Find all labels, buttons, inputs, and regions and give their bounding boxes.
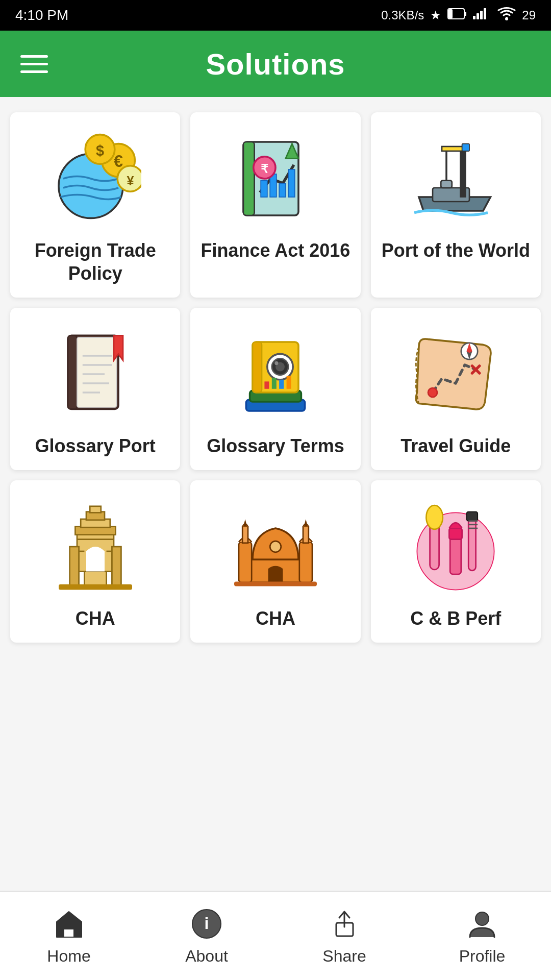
port-crane-icon: [405, 128, 507, 230]
nav-item-profile[interactable]: Profile: [413, 901, 551, 971]
svg-rect-89: [64, 929, 74, 937]
svg-marker-76: [304, 519, 308, 526]
nav-label-profile: Profile: [459, 947, 506, 966]
svg-rect-6: [484, 8, 486, 19]
svg-rect-25: [460, 146, 466, 197]
grid-item-cha-1[interactable]: CHA: [10, 480, 180, 643]
gate-arch-icon: [44, 496, 146, 598]
battery-percent: 29: [522, 8, 536, 22]
treasure-map-icon: [405, 323, 507, 425]
svg-text:¥: ¥: [127, 174, 134, 188]
status-bar: 4:10 PM 0.3KB/s ★: [0, 0, 551, 31]
bottom-navigation: Home i About Share: [0, 891, 551, 980]
svg-rect-16: [243, 142, 255, 215]
svg-rect-17: [261, 181, 267, 197]
grid-label-finance-act: Finance Act 2016: [201, 239, 350, 262]
share-icon: [327, 906, 362, 942]
svg-point-51: [428, 388, 437, 397]
grid-label-cha-1: CHA: [76, 607, 115, 630]
bluetooth-icon: ★: [430, 8, 441, 22]
grid-item-finance-act-2016[interactable]: ₹ Finance Act 2016: [190, 112, 360, 298]
svg-rect-49: [279, 380, 284, 389]
svg-rect-72: [242, 526, 248, 543]
battery-icon: [447, 8, 467, 22]
svg-rect-28: [441, 181, 453, 188]
currency-globe-icon: € $ ¥: [44, 128, 146, 230]
nav-label-share: Share: [322, 947, 366, 966]
grid-label-cosbeauty: C & B Perf: [410, 607, 501, 630]
svg-rect-2: [448, 9, 453, 18]
grid-item-glossary-port[interactable]: Glossary Port: [10, 308, 180, 470]
network-speed: 0.3KB/s: [381, 8, 424, 22]
grid-label-travel-guide: Travel Guide: [400, 434, 511, 457]
svg-rect-64: [69, 547, 79, 586]
svg-text:i: i: [204, 914, 209, 933]
grid-item-port-of-the-world[interactable]: Port of the World: [371, 112, 541, 298]
svg-rect-42: [253, 342, 262, 393]
grid-item-foreign-trade-policy[interactable]: € $ ¥ Foreign Trade Policy: [10, 112, 180, 298]
grid-item-cha-2[interactable]: CHA: [190, 480, 360, 643]
grid-label-foreign-trade-policy: Foreign Trade Policy: [18, 239, 172, 285]
svg-rect-32: [77, 337, 116, 407]
grid-label-cha-2: CHA: [256, 607, 295, 630]
grid-item-cosbeauty[interactable]: C & B Perf: [371, 480, 541, 643]
svg-marker-73: [243, 519, 247, 526]
svg-point-7: [505, 17, 508, 20]
book-bookmark-icon: [44, 323, 146, 425]
profile-icon: [464, 906, 500, 942]
svg-rect-19: [279, 183, 286, 197]
nav-label-about: About: [185, 947, 228, 966]
grid-label-glossary-port: Glossary Port: [35, 434, 156, 457]
svg-rect-1: [464, 12, 466, 16]
mosque-icon: [224, 496, 327, 598]
svg-rect-47: [264, 381, 269, 388]
svg-rect-3: [473, 16, 475, 19]
svg-rect-29: [462, 144, 469, 151]
nav-item-home[interactable]: Home: [0, 901, 138, 971]
grid-label-port-of-world: Port of the World: [382, 239, 530, 262]
svg-rect-50: [287, 376, 291, 389]
svg-point-81: [427, 505, 443, 529]
svg-rect-78: [234, 581, 317, 586]
svg-rect-65: [112, 547, 121, 586]
svg-rect-74: [299, 542, 312, 582]
svg-rect-71: [239, 542, 252, 582]
svg-rect-5: [480, 11, 483, 19]
nav-item-share[interactable]: Share: [276, 901, 413, 971]
svg-rect-4: [477, 13, 479, 19]
wifi-icon: [497, 7, 516, 24]
svg-point-94: [475, 912, 489, 925]
nav-item-about[interactable]: i About: [138, 901, 276, 971]
svg-rect-20: [288, 169, 295, 197]
info-icon: i: [189, 906, 224, 942]
svg-point-46: [274, 361, 278, 365]
svg-rect-63: [90, 506, 101, 513]
svg-rect-83: [449, 528, 462, 540]
grid-label-glossary-terms: Glossary Terms: [207, 434, 344, 457]
hamburger-menu[interactable]: [20, 55, 48, 73]
svg-rect-85: [467, 512, 478, 521]
nav-label-home: Home: [47, 947, 90, 966]
grid-item-glossary-terms[interactable]: Glossary Terms: [190, 308, 360, 470]
grid-item-travel-guide[interactable]: Travel Guide: [371, 308, 541, 470]
cosmetics-icon: [405, 496, 507, 598]
svg-rect-31: [68, 335, 77, 409]
finance-chart-icon: ₹: [224, 128, 327, 230]
svg-text:€: €: [114, 152, 123, 170]
svg-rect-75: [303, 526, 309, 543]
status-right: 0.3KB/s ★ 29: [381, 7, 536, 24]
signal-icon: [473, 8, 491, 22]
glossary-book-icon: [224, 323, 327, 425]
svg-point-77: [270, 541, 281, 552]
svg-rect-48: [272, 378, 277, 389]
svg-text:$: $: [96, 142, 104, 159]
status-time: 4:10 PM: [15, 7, 68, 23]
solutions-grid: € $ ¥ Foreign Trade Policy: [0, 97, 551, 653]
page-title: Solutions: [206, 47, 345, 81]
app-header: Solutions: [0, 31, 551, 97]
svg-rect-66: [59, 584, 132, 590]
home-icon: [51, 906, 87, 942]
svg-text:₹: ₹: [261, 162, 268, 176]
